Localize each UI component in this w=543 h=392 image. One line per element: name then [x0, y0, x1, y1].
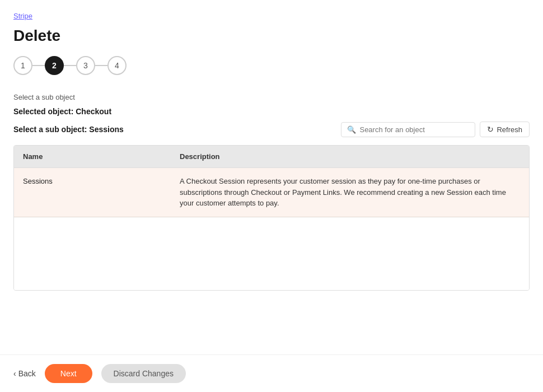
refresh-label: Refresh	[497, 125, 522, 134]
refresh-icon: ↻	[487, 125, 494, 134]
discard-button[interactable]: Discard Changes	[101, 364, 186, 383]
step-3: 3	[76, 56, 95, 75]
next-button[interactable]: Next	[45, 364, 92, 383]
back-label: Back	[18, 369, 36, 378]
page-title: Delete	[13, 27, 530, 45]
sub-object-row: Select a sub object: Sessions 🔍 ↻ Refres…	[13, 122, 530, 137]
stepper: 1 2 3 4	[13, 56, 530, 75]
refresh-button[interactable]: ↻ Refresh	[480, 122, 530, 137]
row-name: Sessions	[14, 168, 171, 217]
breadcrumb-link[interactable]: Stripe	[13, 12, 32, 20]
table-header: Name Description	[14, 146, 529, 168]
step-2: 2	[45, 56, 64, 75]
selected-object-label: Selected object: Checkout	[13, 107, 530, 116]
search-input[interactable]	[359, 125, 469, 134]
column-description: Description	[171, 146, 529, 167]
step-line-3	[95, 65, 107, 66]
row-description: A Checkout Session represents your custo…	[171, 168, 529, 217]
search-icon: 🔍	[347, 125, 356, 134]
step-line-1	[32, 65, 45, 66]
step-line-2	[64, 65, 76, 66]
step-4: 4	[107, 56, 127, 75]
bottom-actions: ‹ Back Next Discard Changes	[0, 354, 543, 392]
step-1: 1	[13, 56, 32, 75]
back-arrow-icon: ‹	[13, 369, 16, 378]
table-empty-area	[14, 217, 529, 290]
search-refresh-group: 🔍 ↻ Refresh	[341, 122, 530, 137]
table-row[interactable]: Sessions A Checkout Session represents y…	[14, 168, 529, 217]
column-name: Name	[14, 146, 171, 167]
search-box: 🔍	[341, 122, 475, 137]
section-label: Select a sub object	[13, 93, 530, 101]
table: Name Description Sessions A Checkout Ses…	[13, 145, 530, 291]
sub-object-title: Select a sub object: Sessions	[13, 125, 124, 134]
back-link[interactable]: ‹ Back	[13, 369, 36, 378]
